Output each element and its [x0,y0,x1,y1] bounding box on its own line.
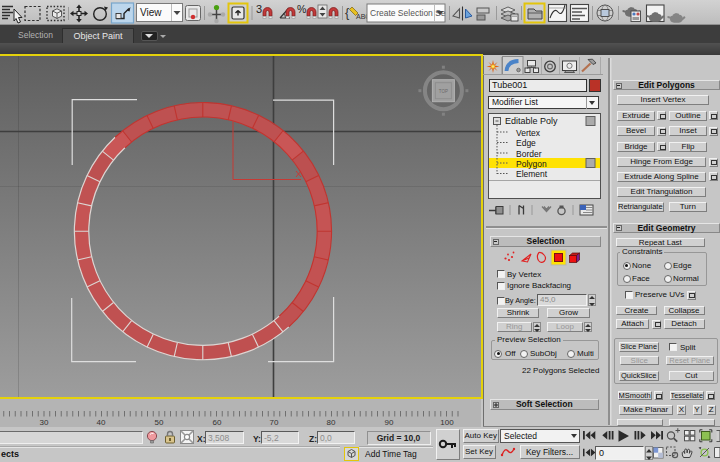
svg-text:%: % [297,3,306,15]
svg-text:3: 3 [256,3,262,15]
svg-text:{: { [345,5,350,20]
svg-text:View: View [140,7,162,18]
svg-text:TOP: TOP [439,89,448,94]
